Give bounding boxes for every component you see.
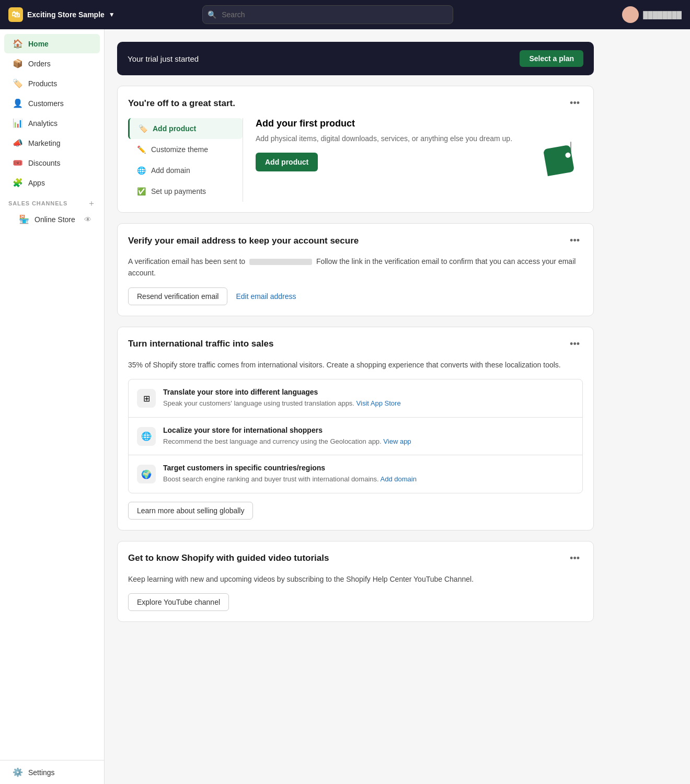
globe-icon: 🌐 [136, 166, 146, 175]
step-label-add-product: Add product [153, 124, 196, 133]
feature-localize-title: Localize your store for international sh… [163, 426, 574, 434]
analytics-icon: 📊 [13, 118, 23, 128]
search-bar: 🔍 [202, 5, 453, 24]
sidebar-item-home[interactable]: 🏠 Home [4, 34, 100, 53]
feature-target-desc: Boost search engine ranking and buyer tr… [163, 474, 574, 485]
setup-more-button[interactable]: ••• [567, 97, 583, 110]
main-content: Your trial just started Select a plan Yo… [105, 29, 606, 784]
sidebar: 🏠 Home 📦 Orders 🏷️ Products 👤 Customers … [0, 29, 105, 784]
store-logo: 🛍 [8, 7, 23, 22]
sidebar-item-discounts[interactable]: 🎟️ Discounts [4, 153, 100, 172]
setup-card-header: You're off to a great start. ••• [128, 97, 583, 110]
resend-verification-button[interactable]: Resend verification email [128, 287, 227, 305]
step-set-up-payments[interactable]: ✅ Set up payments [128, 181, 243, 202]
sidebar-label-orders: Orders [28, 60, 51, 68]
add-domain-link[interactable]: Add domain [381, 475, 417, 483]
sidebar-item-orders[interactable]: 📦 Orders [4, 54, 100, 73]
verify-more-button[interactable]: ••• [567, 234, 583, 247]
learn-more-button[interactable]: Learn more about selling globally [128, 502, 253, 520]
avatar [622, 6, 639, 23]
step-detail-desc: Add physical items, digital downloads, s… [256, 133, 523, 144]
trial-text: Your trial just started [128, 54, 199, 63]
feature-translate-title: Translate your store into different lang… [163, 388, 574, 396]
sidebar-item-products[interactable]: 🏷️ Products [4, 74, 100, 93]
customers-icon: 👤 [13, 98, 23, 108]
verify-card-header: Verify your email address to keep your a… [128, 234, 583, 247]
setup-card: You're off to a great start. ••• 🏷️ Add … [117, 86, 594, 213]
add-product-button[interactable]: Add product [256, 153, 318, 171]
international-features: ⊞ Translate your store into different la… [128, 379, 583, 493]
youtube-more-button[interactable]: ••• [567, 552, 583, 565]
marketing-icon: 📣 [13, 138, 23, 148]
step-label-set-up-payments: Set up payments [151, 187, 206, 195]
add-sales-channel-button[interactable]: ＋ [87, 199, 96, 207]
sidebar-label-products: Products [28, 79, 57, 88]
step-customize-theme[interactable]: ✏️ Customize theme [128, 139, 243, 160]
feature-translate-desc: Speak your customers' language using tru… [163, 398, 574, 409]
visit-app-store-link[interactable]: Visit App Store [356, 399, 401, 407]
tag-illustration [541, 142, 578, 178]
step-label-add-domain: Add domain [151, 166, 190, 175]
localize-icon: 🌐 [137, 427, 156, 446]
international-description: 35% of Shopify store traffic comes from … [128, 359, 583, 371]
orders-icon: 📦 [13, 59, 23, 68]
sidebar-item-marketing[interactable]: 📣 Marketing [4, 133, 100, 153]
feature-translate: ⊞ Translate your store into different la… [129, 379, 582, 418]
step-add-product[interactable]: 🏷️ Add product [128, 118, 243, 139]
store-name: Exciting Store Sample [27, 10, 105, 19]
explore-youtube-button[interactable]: Explore YouTube channel [128, 593, 229, 611]
target-icon: 🌍 [137, 465, 156, 483]
trial-banner: Your trial just started Select a plan [117, 42, 594, 75]
youtube-card-title: Get to know Shopify with guided video tu… [128, 553, 329, 563]
international-card-header: Turn international traffic into sales ••… [128, 338, 583, 351]
apps-icon: 🧩 [13, 178, 23, 188]
international-more-button[interactable]: ••• [567, 338, 583, 351]
step-label-customize-theme: Customize theme [151, 145, 208, 154]
setup-layout: 🏷️ Add product ✏️ Customize theme 🌐 Add … [128, 118, 583, 202]
step-detail: Add your first product Add physical item… [243, 118, 536, 202]
verify-email-card: Verify your email address to keep your a… [117, 223, 594, 316]
eye-icon: 👁 [84, 215, 91, 224]
chevron-down-icon: ▼ [109, 11, 115, 18]
sidebar-label-settings: Settings [28, 768, 55, 777]
step-add-domain[interactable]: 🌐 Add domain [128, 160, 243, 181]
sidebar-label-customers: Customers [28, 99, 64, 108]
search-input[interactable] [202, 5, 453, 24]
sales-channels-section: SALES CHANNELS ＋ [0, 193, 104, 210]
youtube-card: Get to know Shopify with guided video tu… [117, 541, 594, 622]
sidebar-item-online-store[interactable]: 🏪 Online Store 👁 [4, 210, 100, 228]
sidebar-label-home: Home [28, 40, 49, 48]
feature-target-title: Target customers in specific countries/r… [163, 464, 574, 472]
products-icon: 🏷️ [13, 78, 23, 88]
nav-right: ████████ [622, 6, 682, 23]
search-icon: 🔍 [208, 10, 216, 19]
tag-body [543, 145, 574, 176]
sidebar-item-apps[interactable]: 🧩 Apps [4, 173, 100, 192]
verify-description: A verification email has been sent to Fo… [128, 256, 583, 279]
store-selector[interactable]: 🛍 Exciting Store Sample ▼ [8, 7, 115, 22]
verify-actions: Resend verification email Edit email add… [128, 287, 583, 305]
youtube-description: Keep learning with new and upcoming vide… [128, 573, 583, 585]
verify-card-title: Verify your email address to keep your a… [128, 236, 359, 246]
verify-desc-text1: A verification email has been sent to [128, 257, 245, 266]
step-illustration [536, 118, 583, 202]
sidebar-label-analytics: Analytics [28, 119, 58, 128]
view-app-link[interactable]: View app [383, 437, 411, 445]
youtube-card-header: Get to know Shopify with guided video tu… [128, 552, 583, 565]
sidebar-item-analytics[interactable]: 📊 Analytics [4, 113, 100, 133]
sidebar-item-customers[interactable]: 👤 Customers [4, 94, 100, 113]
feature-translate-content: Translate your store into different lang… [163, 388, 574, 409]
select-plan-button[interactable]: Select a plan [520, 50, 583, 67]
setup-card-title: You're off to a great start. [128, 98, 235, 109]
sidebar-label-marketing: Marketing [28, 139, 60, 147]
top-navigation: 🛍 Exciting Store Sample ▼ 🔍 ████████ [0, 0, 690, 29]
brush-icon: ✏️ [136, 145, 146, 154]
edit-email-link[interactable]: Edit email address [236, 292, 296, 301]
home-icon: 🏠 [13, 39, 23, 49]
international-card: Turn international traffic into sales ••… [117, 327, 594, 531]
sidebar-label-online-store: Online Store [34, 215, 75, 224]
sidebar-item-settings[interactable]: ⚙️ Settings [4, 763, 100, 782]
translate-icon: ⊞ [137, 389, 156, 408]
app-layout: 🏠 Home 📦 Orders 🏷️ Products 👤 Customers … [0, 29, 690, 784]
steps-list: 🏷️ Add product ✏️ Customize theme 🌐 Add … [128, 118, 243, 202]
